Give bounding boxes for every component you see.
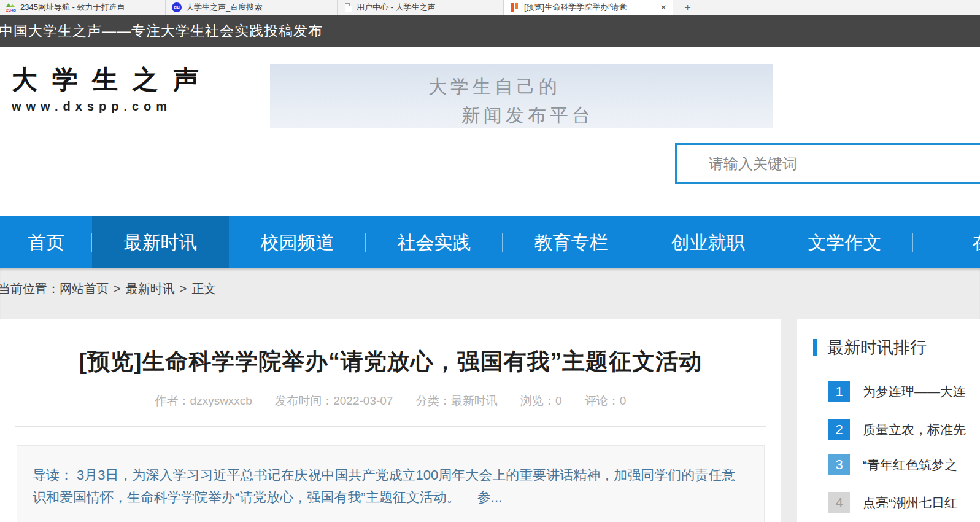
accent-bar-icon	[813, 339, 817, 356]
nav-item-literature-essay[interactable]: 文学作文	[776, 216, 913, 268]
logo-title: 大 学 生 之 声	[12, 63, 203, 97]
site-icon	[510, 2, 520, 12]
rank-link[interactable]: 质量立农，标准先	[863, 421, 966, 438]
main-nav: 首页 最新时讯 校园频道 社会实践 教育专栏 创业就职 文学作文 在	[0, 216, 980, 268]
tab-title: 2345网址导航 - 致力于打造自	[20, 2, 159, 13]
ranking-item[interactable]: 3 “青年红色筑梦之	[828, 454, 957, 475]
breadcrumb-separator: >	[180, 282, 187, 295]
breadcrumb-separator: >	[114, 282, 121, 295]
meta-author: 作者：dzxyswxxcb	[155, 394, 252, 407]
ranking-item[interactable]: 4 点亮“潮州七日红	[828, 492, 957, 513]
site-slogan-bar: 中国大学生之声——专注大学生社会实践投稿发布	[0, 15, 980, 47]
new-tab-button[interactable]: ＋	[682, 0, 693, 15]
rank-link[interactable]: 点亮“潮州七日红	[863, 494, 957, 512]
article-title: [预览]生命科学学院举办“请党放心，强国有我”主题征文活动	[0, 346, 781, 377]
nav-item-home[interactable]: 首页	[0, 216, 92, 268]
breadcrumb-prefix: 当前位置：	[0, 282, 60, 295]
search-box	[675, 143, 980, 184]
tab-title: [预览]生命科学学院举办“请党	[524, 2, 657, 13]
article-summary-text: 导读： 3月3日，为深入学习习近平总书记在庆祝中国共产党成立100周年大会上的重…	[33, 464, 749, 508]
banner-line1: 大学生自己的	[428, 74, 773, 99]
baidu-icon: du	[172, 2, 182, 12]
ranking-item[interactable]: 1 为梦连理——大连	[828, 381, 966, 402]
nav-item-latest-news[interactable]: 最新时讯	[92, 216, 229, 268]
content-area: 当前位置：网站首页>最新时讯>正文 [预览]生命科学学院举办“请党放心，强国有我…	[0, 268, 980, 522]
article-summary-box: 导读： 3月3日，为深入学习习近平总书记在庆祝中国共产党成立100周年大会上的重…	[17, 445, 765, 522]
svg-text:45: 45	[11, 8, 16, 12]
rank-link[interactable]: 为梦连理——大连	[863, 383, 966, 400]
rank-badge: 4	[828, 492, 850, 513]
site-header: 大 学 生 之 声 www.dxspp.com 大学生自己的 新闻发布平台	[0, 47, 980, 216]
ranking-sidebar: 最新时讯排行 1 为梦连理——大连 2 质量立农，标准先 3 “青年红色筑梦之 …	[797, 319, 980, 522]
2345-icon: 23 45	[6, 2, 16, 12]
browser-tab-2345[interactable]: 23 45 2345网址导航 - 致力于打造自	[0, 0, 166, 15]
meta-category: 分类：最新时讯	[416, 394, 498, 407]
browser-tab-baidu-search[interactable]: du 大学生之声_百度搜索	[166, 0, 338, 15]
logo-url: www.dxspp.com	[12, 99, 203, 114]
page-icon	[345, 3, 352, 12]
nav-item-campus-channel[interactable]: 校园频道	[229, 216, 366, 268]
rank-link[interactable]: “青年红色筑梦之	[863, 456, 957, 473]
article-meta: 作者：dzxyswxxcb 发布时间：2022-03-07 分类：最新时讯 浏览…	[0, 393, 781, 409]
header-banner: 大学生自己的 新闻发布平台	[270, 64, 773, 128]
meta-views: 浏览：0	[520, 394, 562, 407]
breadcrumb: 当前位置：网站首页>最新时讯>正文	[0, 281, 216, 297]
svg-text:23: 23	[6, 8, 11, 12]
nav-item-education-column[interactable]: 教育专栏	[503, 216, 639, 268]
rank-badge: 1	[828, 381, 850, 402]
close-tab-icon[interactable]: ✕	[660, 3, 666, 12]
tab-title: 用户中心 - 大学生之声	[357, 2, 496, 13]
search-input[interactable]	[677, 145, 980, 182]
ranking-title: 最新时讯排行	[827, 337, 927, 359]
nav-item-social-practice[interactable]: 社会实践	[366, 216, 503, 268]
nav-item-online-cutoff[interactable]: 在	[913, 216, 980, 268]
meta-comments: 评论：0	[585, 394, 627, 407]
nav-item-startup-career[interactable]: 创业就职	[639, 216, 776, 268]
breadcrumb-category-link[interactable]: 最新时讯	[126, 282, 175, 295]
tab-title: 大学生之声_百度搜索	[186, 2, 331, 13]
ranking-item[interactable]: 2 质量立农，标准先	[828, 419, 966, 440]
rank-badge: 2	[828, 419, 850, 440]
breadcrumb-current: 正文	[191, 282, 216, 295]
site-logo[interactable]: 大 学 生 之 声 www.dxspp.com	[12, 63, 203, 114]
breadcrumb-home-link[interactable]: 网站首页	[60, 282, 109, 295]
meta-publish-time: 发布时间：2022-03-07	[275, 394, 393, 407]
article-card: [预览]生命科学学院举办“请党放心，强国有我”主题征文活动 作者：dzxyswx…	[0, 319, 781, 522]
ranking-header: 最新时讯排行	[813, 337, 927, 359]
browser-tab-bar: 23 45 2345网址导航 - 致力于打造自 du 大学生之声_百度搜索 用户…	[0, 0, 980, 15]
site-slogan: 中国大学生之声——专注大学生社会实践投稿发布	[0, 21, 323, 41]
rank-badge: 3	[828, 454, 850, 475]
browser-tab-article-active[interactable]: [预览]生命科学学院举办“请党 ✕	[503, 0, 673, 15]
article-divider	[15, 426, 766, 427]
browser-tab-user-center[interactable]: 用户中心 - 大学生之声	[338, 0, 503, 15]
banner-line2: 新闻发布平台	[461, 103, 773, 128]
